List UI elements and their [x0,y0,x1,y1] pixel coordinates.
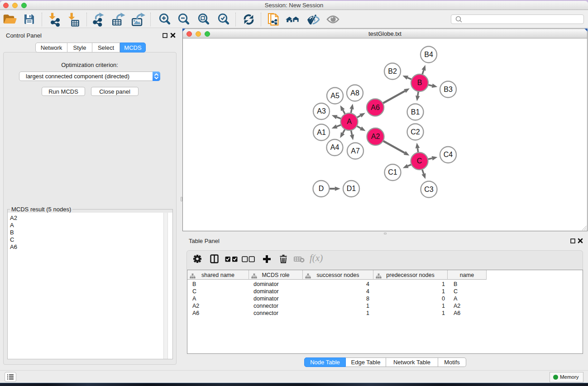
svg-text:A4: A4 [330,143,339,151]
svg-text:B4: B4 [424,51,433,58]
svg-text:C1: C1 [388,168,397,176]
svg-text:B3: B3 [444,86,453,93]
svg-text:B1: B1 [411,108,420,116]
svg-text:A5: A5 [330,92,339,100]
svg-text:B: B [417,79,422,86]
svg-text:A3: A3 [317,107,326,115]
svg-text:C4: C4 [444,151,453,158]
svg-text:A: A [347,118,352,125]
svg-text:A7: A7 [351,147,360,155]
svg-text:A8: A8 [350,89,359,97]
svg-text:A2: A2 [371,133,380,140]
svg-text:D1: D1 [347,185,356,192]
svg-text:C3: C3 [424,186,434,193]
svg-text:C2: C2 [411,128,420,136]
svg-text:A1: A1 [317,129,326,136]
svg-text:A6: A6 [371,104,380,111]
svg-text:C: C [417,157,422,165]
svg-text:B2: B2 [388,67,397,75]
svg-text:D: D [319,185,324,192]
